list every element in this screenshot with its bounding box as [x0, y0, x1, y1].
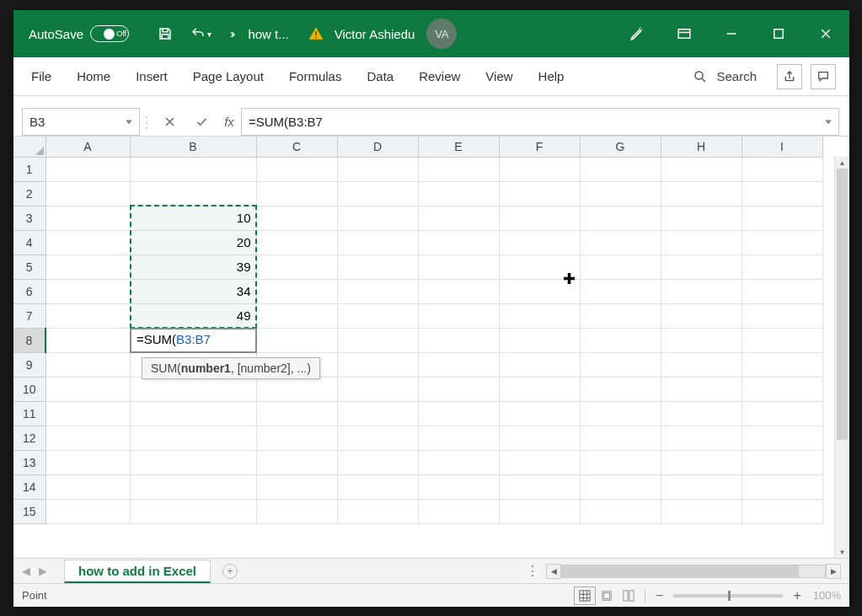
add-sheet-button[interactable]: + [222, 564, 238, 579]
svg-line-8 [703, 78, 706, 82]
function-tooltip[interactable]: SUM(number1, [number2], ...) [142, 357, 320, 379]
tab-data[interactable]: Data [354, 57, 406, 96]
cancel-formula-button[interactable] [153, 108, 185, 136]
col-header-c[interactable]: C [256, 137, 337, 157]
row-header[interactable]: 10 [13, 377, 46, 401]
col-header-a[interactable]: A [46, 137, 130, 157]
autosave-toggle-knob [104, 29, 115, 40]
horizontal-scroll-thumb[interactable] [562, 565, 799, 577]
vertical-scrollbar[interactable]: ▲ ▼ [834, 157, 849, 558]
row-header[interactable]: 5 [13, 254, 46, 279]
scroll-right-button[interactable]: ▶ [826, 564, 841, 579]
col-header-b[interactable]: B [130, 137, 256, 157]
tooltip-func: SUM( [151, 362, 181, 375]
normal-view-button[interactable] [574, 587, 596, 605]
ribbon-mode-icon[interactable] [661, 10, 708, 57]
formula-input[interactable]: =SUM(B3:B7 [241, 108, 839, 136]
row-header[interactable]: 9 [13, 352, 46, 377]
horizontal-scrollbar[interactable]: ◀ ▶ [546, 564, 841, 579]
tab-insert[interactable]: Insert [123, 57, 180, 96]
row-header[interactable]: 2 [13, 181, 46, 206]
page-break-view-button[interactable] [618, 587, 640, 605]
document-name[interactable]: how t... [248, 27, 288, 41]
row-header[interactable]: 15 [13, 499, 46, 523]
row-header[interactable]: 14 [13, 474, 46, 499]
sheet-options-icon[interactable]: ⋮ [519, 563, 546, 579]
cell-b6[interactable]: 34 [130, 279, 256, 303]
more-commands-icon[interactable]: ›› [230, 27, 233, 40]
col-header-f[interactable]: F [499, 137, 580, 157]
warning-icon [308, 26, 324, 41]
undo-button[interactable]: ▾ [183, 10, 218, 57]
row-header[interactable]: 4 [13, 230, 46, 254]
close-button[interactable] [802, 10, 849, 57]
svg-rect-0 [315, 31, 317, 35]
cell-b7[interactable]: 49 [130, 303, 256, 328]
tab-review[interactable]: Review [406, 57, 473, 96]
col-header-g[interactable]: G [580, 137, 661, 157]
editing-formula-text: =SUM(B3:B7 [133, 332, 211, 346]
tab-formulas[interactable]: Formulas [276, 57, 355, 96]
tab-view[interactable]: View [473, 57, 525, 96]
sheet-tab-active[interactable]: how to add in Excel [64, 560, 211, 583]
sheet-nav[interactable]: ◀▶ [13, 565, 56, 577]
row-header[interactable]: 3 [13, 206, 46, 230]
tab-page-layout[interactable]: Page Layout [180, 57, 276, 96]
user-name: Victor Ashiedu [335, 27, 415, 41]
tab-file[interactable]: File [19, 57, 64, 96]
row-header[interactable]: 12 [13, 426, 46, 450]
tab-home[interactable]: Home [64, 57, 123, 96]
row-header[interactable]: 13 [13, 450, 46, 474]
name-box[interactable]: B3 [22, 108, 140, 136]
svg-rect-17 [604, 592, 610, 598]
maximize-button[interactable] [755, 10, 802, 57]
excel-window: AutoSave Off ▾ ›› how t... Victor Ashied… [13, 10, 849, 607]
autosave-label: AutoSave [29, 27, 83, 41]
row-header[interactable]: 1 [13, 157, 46, 181]
tab-help[interactable]: Help [526, 57, 577, 96]
undo-dropdown-caret[interactable]: ▾ [207, 29, 211, 39]
search-box[interactable]: Search [681, 69, 768, 84]
title-bar: AutoSave Off ▾ ›› how t... Victor Ashied… [13, 10, 849, 57]
scroll-left-button[interactable]: ◀ [546, 564, 561, 579]
col-header-i[interactable]: I [742, 137, 822, 157]
svg-rect-18 [624, 590, 628, 600]
svg-point-7 [695, 72, 703, 79]
autosave-toggle[interactable]: Off [90, 25, 129, 42]
grid[interactable]: A B C D E F G H I 1 2 310 420 539 634 74… [13, 137, 849, 558]
formula-prefix: =SUM( [137, 332, 176, 346]
svg-rect-19 [629, 590, 634, 600]
col-header-h[interactable]: H [661, 137, 742, 157]
select-all-corner[interactable] [13, 137, 46, 157]
comments-button[interactable] [811, 64, 836, 89]
zoom-percent[interactable]: 100% [813, 589, 841, 602]
row-header[interactable]: 6 [13, 279, 46, 303]
row-header[interactable]: 7 [13, 303, 46, 328]
vertical-scroll-thumb[interactable] [837, 169, 848, 440]
user-avatar[interactable]: VA [426, 19, 457, 49]
ribbon: File Home Insert Page Layout Formulas Da… [13, 57, 849, 96]
share-button[interactable] [777, 64, 802, 89]
tooltip-rest: , [number2], ...) [231, 362, 311, 375]
svg-rect-11 [580, 590, 590, 600]
status-bar: Point − + 100% [13, 583, 849, 607]
scroll-down-button[interactable]: ▼ [835, 546, 849, 558]
page-layout-view-button[interactable] [596, 587, 618, 605]
minimize-button[interactable] [708, 10, 755, 57]
zoom-out-button[interactable]: − [651, 588, 668, 603]
row-header[interactable]: 11 [13, 401, 46, 426]
zoom-slider[interactable] [673, 594, 783, 597]
col-header-e[interactable]: E [418, 137, 499, 157]
cell-b5[interactable]: 39 [130, 254, 256, 279]
enter-formula-button[interactable] [185, 108, 217, 136]
pen-icon[interactable] [613, 10, 661, 57]
save-icon[interactable] [147, 10, 183, 57]
col-header-d[interactable]: D [337, 137, 418, 157]
cell-b4[interactable]: 20 [130, 230, 256, 254]
zoom-in-button[interactable]: + [788, 588, 806, 603]
cell-b3[interactable]: 10 [130, 206, 256, 230]
autosave-group: AutoSave Off [29, 25, 129, 42]
scroll-up-button[interactable]: ▲ [835, 157, 849, 169]
fx-label[interactable]: fx [217, 108, 241, 136]
row-header[interactable]: 8 [13, 328, 46, 352]
